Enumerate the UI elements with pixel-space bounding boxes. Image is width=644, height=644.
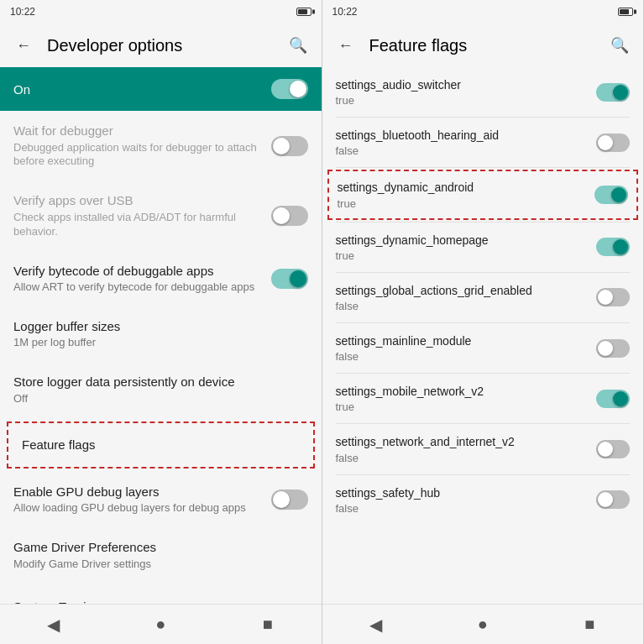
gpu-debug-item[interactable]: Enable GPU debug layers Allow loading GP… xyxy=(0,472,322,527)
time-left: 10:22 xyxy=(10,6,35,18)
nav-bar-left: ◀ ● ■ xyxy=(0,604,322,644)
flag-network-internet-name: settings_network_and_internet_v2 xyxy=(336,434,515,449)
feature-flags-screen: 10:22 ← Feature flags 🔍 settings_audio_s… xyxy=(322,0,645,644)
verify-bytecode-text: Verify bytecode of debuggable apps Allow… xyxy=(13,263,271,295)
flag-audio-switcher-toggle[interactable] xyxy=(596,83,630,102)
verify-bytecode-item[interactable]: Verify bytecode of debuggable apps Allow… xyxy=(0,251,322,306)
verify-apps-text: Verify apps over USB Check apps installe… xyxy=(13,192,271,238)
search-button-right[interactable]: 🔍 xyxy=(603,29,636,62)
flag-dynamic-homepage-value: true xyxy=(336,249,489,262)
flag-mobile-network-thumb xyxy=(613,391,628,406)
flag-global-actions[interactable]: settings_global_actions_grid_enabled fal… xyxy=(322,273,644,322)
status-bar-right: 10:22 xyxy=(322,0,644,24)
on-label: On xyxy=(13,82,30,97)
game-driver-title: Game Driver Preferences xyxy=(13,539,308,556)
back-button-right[interactable]: ← xyxy=(329,29,363,62)
flag-network-internet[interactable]: settings_network_and_internet_v2 false xyxy=(322,424,644,474)
logger-buffer-text: Logger buffer sizes 1M per log buffer xyxy=(13,318,308,350)
flag-network-internet-toggle[interactable] xyxy=(596,440,630,458)
flag-global-actions-thumb xyxy=(598,290,613,305)
flag-mainline-name: settings_mainline_module xyxy=(336,333,472,348)
flag-dynamic-android[interactable]: settings_dynamic_android true xyxy=(327,170,639,219)
system-tracing-item[interactable]: System Tracing xyxy=(0,584,322,604)
flag-dynamic-android-toggle[interactable] xyxy=(594,186,628,204)
wait-debugger-text: Wait for debugger Debugged application w… xyxy=(13,123,271,169)
gpu-debug-text: Enable GPU debug layers Allow loading GP… xyxy=(13,484,271,516)
nav-back-left[interactable]: ◀ xyxy=(37,608,71,641)
page-title-left: Developer options xyxy=(47,36,275,55)
wait-debugger-sub: Debugged application waits for debugger … xyxy=(13,141,271,170)
status-bar-left: 10:22 xyxy=(0,0,322,24)
store-logger-title: Store logger data persistently on device xyxy=(13,374,308,390)
battery-icon-left xyxy=(296,8,312,16)
nav-recents-right[interactable]: ■ xyxy=(573,608,606,641)
store-logger-sub: Off xyxy=(13,392,308,406)
logger-buffer-sub: 1M per log buffer xyxy=(13,336,308,350)
flag-bluetooth-toggle[interactable] xyxy=(596,134,630,152)
flag-dynamic-homepage[interactable]: settings_dynamic_homepage true xyxy=(322,223,644,272)
flag-dynamic-homepage-thumb xyxy=(613,239,628,254)
nav-recents-left[interactable]: ■ xyxy=(251,608,285,641)
verify-apps-sub: Check apps installed via ADB/ADT for har… xyxy=(13,211,271,239)
back-button-left[interactable]: ← xyxy=(7,29,40,62)
flag-mainline-toggle[interactable] xyxy=(596,339,630,358)
feature-flags-item[interactable]: Feature flags xyxy=(7,421,315,469)
toolbar-right: ← Feature flags 🔍 xyxy=(322,24,644,67)
flag-safety-hub-name: settings_safety_hub xyxy=(336,485,441,500)
store-logger-item[interactable]: Store logger data persistently on device… xyxy=(0,362,322,417)
verify-apps-toggle[interactable] xyxy=(271,206,308,226)
developer-on-row[interactable]: On xyxy=(0,67,322,111)
game-driver-item[interactable]: Game Driver Preferences Modify Game Driv… xyxy=(0,527,322,583)
developer-toggle-thumb xyxy=(290,81,306,97)
game-driver-text: Game Driver Preferences Modify Game Driv… xyxy=(13,539,308,571)
flag-dynamic-homepage-toggle[interactable] xyxy=(596,238,630,256)
flag-audio-switcher-name: settings_audio_switcher xyxy=(336,77,461,92)
battery-icon-right xyxy=(618,8,633,16)
flag-bluetooth-hearing[interactable]: settings_bluetooth_hearing_aid false xyxy=(322,118,644,167)
flag-safety-hub-toggle[interactable] xyxy=(596,490,630,509)
flag-safety-hub-thumb xyxy=(598,492,613,507)
flag-safety-hub[interactable]: settings_safety_hub false xyxy=(322,475,644,525)
wait-debugger-thumb xyxy=(273,138,290,154)
wait-debugger-item[interactable]: Wait for debugger Debugged application w… xyxy=(0,111,322,181)
logger-buffer-title: Logger buffer sizes xyxy=(13,318,308,335)
gpu-debug-thumb xyxy=(273,491,290,508)
flag-audio-switcher-value: true xyxy=(336,94,461,107)
flag-dynamic-android-value: true xyxy=(338,197,474,210)
flag-audio-switcher[interactable]: settings_audio_switcher true xyxy=(322,67,644,117)
nav-back-right[interactable]: ◀ xyxy=(359,608,392,641)
developer-options-screen: 10:22 ← Developer options 🔍 On Wait for … xyxy=(0,0,322,644)
flag-network-internet-thumb xyxy=(598,442,613,457)
flag-bluetooth-name: settings_bluetooth_hearing_aid xyxy=(336,128,500,143)
flag-global-actions-value: false xyxy=(336,300,532,312)
developer-toggle[interactable] xyxy=(271,79,308,99)
flag-audio-switcher-thumb xyxy=(613,85,628,100)
wait-debugger-title: Wait for debugger xyxy=(13,123,271,139)
flag-network-internet-value: false xyxy=(336,452,515,464)
verify-bytecode-toggle[interactable] xyxy=(271,269,308,289)
store-logger-text: Store logger data persistently on device… xyxy=(13,374,308,406)
flag-mobile-network[interactable]: settings_mobile_network_v2 true xyxy=(322,374,644,423)
flags-scroll: settings_audio_switcher true settings_bl… xyxy=(322,67,644,604)
settings-scroll: Wait for debugger Debugged application w… xyxy=(0,111,322,604)
flag-global-actions-toggle[interactable] xyxy=(596,288,630,306)
nav-home-left[interactable]: ● xyxy=(144,608,177,641)
verify-bytecode-sub: Allow ART to verify bytecode for debugga… xyxy=(13,280,271,295)
logger-buffer-item[interactable]: Logger buffer sizes 1M per log buffer xyxy=(0,306,322,362)
wait-debugger-toggle[interactable] xyxy=(271,136,308,156)
verify-bytecode-title: Verify bytecode of debuggable apps xyxy=(13,263,271,280)
toolbar-left: ← Developer options 🔍 xyxy=(0,24,322,67)
verify-apps-item[interactable]: Verify apps over USB Check apps installe… xyxy=(0,181,322,250)
game-driver-sub: Modify Game Driver settings xyxy=(13,558,308,572)
flag-mainline-value: false xyxy=(336,350,472,363)
nav-home-right[interactable]: ● xyxy=(466,608,500,641)
verify-bytecode-thumb xyxy=(290,270,306,287)
flag-mobile-network-name: settings_mobile_network_v2 xyxy=(336,384,484,399)
verify-apps-title: Verify apps over USB xyxy=(13,192,271,209)
page-title-right: Feature flags xyxy=(369,36,597,55)
flag-mainline-module[interactable]: settings_mainline_module false xyxy=(322,323,644,373)
flag-mobile-network-toggle[interactable] xyxy=(596,390,630,408)
gpu-debug-toggle[interactable] xyxy=(271,490,308,510)
search-button-left[interactable]: 🔍 xyxy=(281,29,315,62)
flag-dynamic-homepage-name: settings_dynamic_homepage xyxy=(336,233,489,248)
